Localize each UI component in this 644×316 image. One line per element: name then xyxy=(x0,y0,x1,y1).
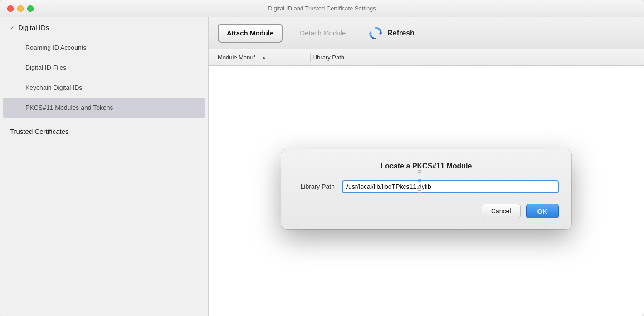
title-bar: Digital ID and Trusted Certificate Setti… xyxy=(0,0,644,17)
close-button[interactable] xyxy=(7,5,14,12)
library-path-input[interactable] xyxy=(342,180,559,193)
sidebar-item-pkcs11[interactable]: PKCS#11 Modules and Tokens xyxy=(3,98,205,118)
sidebar-item-trusted-certs[interactable]: Trusted Certificates xyxy=(3,121,205,142)
ok-button[interactable]: OK xyxy=(526,204,559,218)
cancel-button[interactable]: Cancel xyxy=(482,204,521,218)
maximize-button[interactable] xyxy=(27,5,34,12)
chevron-icon: ✓ xyxy=(10,25,15,31)
sidebar-item-roaming[interactable]: Roaming ID Accounts xyxy=(3,38,205,58)
content-area: Attach Module Detach Module xyxy=(209,17,644,316)
sidebar: ✓ Digital IDs Roaming ID Accounts Digita… xyxy=(0,17,209,316)
sidebar-item-digital-ids[interactable]: ✓ Digital IDs xyxy=(3,17,205,38)
dialog-overlay: Locate a PKCS#11 Module Library Path Can… xyxy=(209,17,644,316)
window-title: Digital ID and Trusted Certificate Setti… xyxy=(268,5,376,12)
resizer-handle[interactable] xyxy=(418,169,421,196)
traffic-lights xyxy=(7,5,34,12)
minimize-button[interactable] xyxy=(17,5,24,12)
sidebar-top-label: Digital IDs xyxy=(18,24,49,31)
pkcs11-dialog: Locate a PKCS#11 Module Library Path Can… xyxy=(281,149,571,229)
resizer-container xyxy=(415,49,424,316)
sidebar-item-keychain[interactable]: Keychain Digital IDs xyxy=(3,78,205,98)
dialog-buttons: Cancel OK xyxy=(294,204,559,218)
dialog-field: Library Path xyxy=(294,180,559,193)
dialog-title: Locate a PKCS#11 Module xyxy=(294,162,559,170)
sidebar-item-files[interactable]: Digital ID Files xyxy=(3,58,205,78)
main-layout: ✓ Digital IDs Roaming ID Accounts Digita… xyxy=(0,17,644,316)
dialog-field-label: Library Path xyxy=(294,183,335,190)
